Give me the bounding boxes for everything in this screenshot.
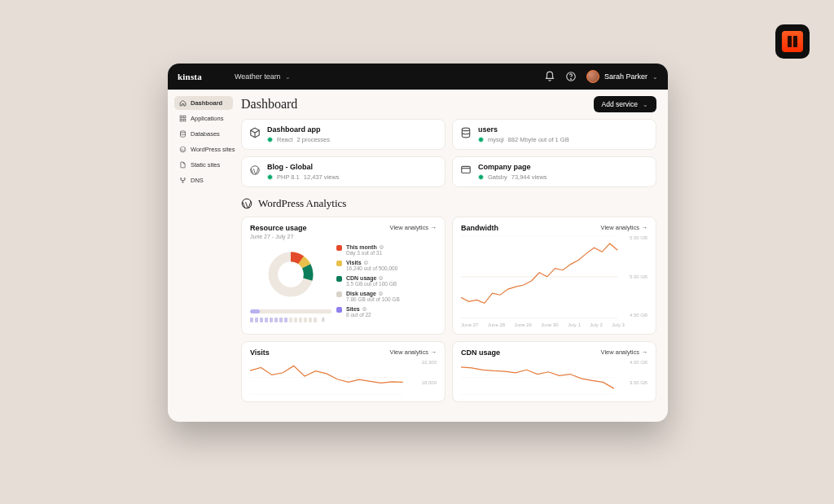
service-card[interactable]: Company page Gatsby 73,944 views <box>452 156 656 187</box>
service-tech: Gatsby <box>488 173 507 181</box>
sidebar-item-dashboard[interactable]: Dashboard <box>174 96 233 110</box>
hoverify-extension-icon[interactable] <box>775 24 810 59</box>
service-title: Dashboard app <box>267 125 330 134</box>
panel-bandwidth: Bandwidth View analytics → 5.50 GB5.00 G… <box>452 217 656 335</box>
sidebar-item-databases[interactable]: Databases <box>174 127 233 141</box>
section-title: WordPress Analytics <box>258 197 346 210</box>
sidebar-item-dns[interactable]: DNS <box>174 173 233 187</box>
chevron-down-icon: ⌄ <box>652 73 658 81</box>
legend-item: Disk usagei7.86 GB out of 100 GB <box>336 291 400 302</box>
service-stat: 2 processes <box>297 136 330 143</box>
team-label: Weather team <box>235 72 280 81</box>
info-icon: i <box>380 245 384 249</box>
svg-point-6 <box>181 131 186 133</box>
status-dot-icon <box>267 137 273 142</box>
grid-icon <box>179 115 187 122</box>
service-card[interactable]: Dashboard app React 2 processes <box>241 119 446 150</box>
sidebar-item-label: Static sites <box>191 161 220 169</box>
info-icon: i <box>379 276 383 280</box>
main: Dashboard Add service ⌄ Dashboard app Re… <box>236 90 668 422</box>
svg-point-8 <box>181 178 182 180</box>
sidebar-item-static[interactable]: Static sites <box>174 158 233 172</box>
home-icon <box>179 99 187 107</box>
panel-title: CDN usage <box>461 348 500 357</box>
svg-rect-5 <box>183 119 186 121</box>
arrow-right-icon: → <box>430 224 437 231</box>
cdn-chart: 4.00 GB3.50 GB <box>461 360 647 395</box>
panel-title: Bandwidth <box>461 224 498 232</box>
section-header: WordPress Analytics <box>241 197 656 210</box>
chevron-down-icon: ⌄ <box>285 73 291 81</box>
file-icon <box>179 161 187 169</box>
sites-slots-chart: 8 <box>250 317 325 322</box>
legend-item: Sitesi8 out of 22 <box>336 306 400 318</box>
legend-swatch-icon <box>336 291 342 297</box>
dns-icon <box>179 177 187 184</box>
database-icon <box>179 130 187 138</box>
wordpress-icon <box>241 198 252 209</box>
bandwidth-chart: 5.50 GB5.00 GB4.50 GB June 27June 28June… <box>461 235 647 327</box>
visits-chart: 22,30018,000 <box>250 360 437 395</box>
brand-logo: kinsta <box>178 72 202 81</box>
sidebar-item-applications[interactable]: Applications <box>174 112 233 125</box>
app-window: kinsta Weather team ⌄ Sarah Parker ⌄ Das… <box>168 64 668 422</box>
user-name: Sarah Parker <box>604 72 647 81</box>
svg-point-11 <box>462 128 469 131</box>
sidebar-item-label: WordPress sites <box>191 146 235 153</box>
user-menu[interactable]: Sarah Parker ⌄ <box>586 70 658 83</box>
sidebar-item-label: Applications <box>191 115 223 122</box>
info-icon: i <box>379 291 383 296</box>
service-title: Company page <box>478 163 547 171</box>
service-tech: PHP 8.1 <box>277 173 300 181</box>
svg-rect-13 <box>462 166 471 173</box>
services-grid: Dashboard app React 2 processes users <box>241 119 656 187</box>
legend-swatch-icon <box>336 307 342 313</box>
service-stat: 73,944 views <box>511 173 547 181</box>
sidebar-item-label: DNS <box>191 177 204 184</box>
status-dot-icon <box>478 174 484 180</box>
service-tech: mysql <box>488 136 504 143</box>
svg-point-10 <box>182 182 184 183</box>
page-title: Dashboard <box>241 97 297 112</box>
panel-cdn-usage: CDN usage View analytics → 4.00 GB3.50 G… <box>452 341 656 402</box>
wordpress-icon <box>249 164 261 176</box>
topbar: kinsta Weather team ⌄ Sarah Parker ⌄ <box>168 64 668 90</box>
svg-rect-4 <box>180 119 182 121</box>
legend-swatch-icon <box>336 261 342 266</box>
arrow-right-icon: → <box>641 348 647 356</box>
add-service-button[interactable]: Add service ⌄ <box>594 96 656 112</box>
service-card[interactable]: Blog - Global PHP 8.1 12,437 views <box>241 156 446 187</box>
sidebar-item-label: Databases <box>191 130 220 138</box>
panel-title: Resource usage <box>250 224 307 232</box>
service-title: Blog - Global <box>267 163 340 171</box>
service-tech: React <box>277 136 293 143</box>
panel-title: Visits <box>250 348 270 357</box>
legend-item: This monthiDay 3 out of 31 <box>336 244 400 256</box>
button-label: Add service <box>602 100 638 108</box>
view-analytics-link[interactable]: View analytics → <box>601 348 647 356</box>
arrow-right-icon: → <box>430 348 437 356</box>
view-analytics-link[interactable]: View analytics → <box>390 348 437 356</box>
view-analytics-link[interactable]: View analytics → <box>390 224 437 231</box>
legend-item: CDN usagei3.5 GB out of 100 GB <box>336 275 400 287</box>
page-header: Dashboard Add service ⌄ <box>241 96 656 112</box>
panel-resource-usage: Resource usage June 27 - July 27 View an… <box>241 217 446 335</box>
avatar <box>586 70 599 83</box>
svg-point-9 <box>184 178 186 180</box>
notifications-icon[interactable] <box>544 71 555 82</box>
svg-rect-3 <box>183 116 186 118</box>
service-stat: 12,437 views <box>304 173 340 181</box>
donut-legend: This monthiDay 3 out of 31Visitsi16,240 … <box>336 243 400 327</box>
help-icon[interactable] <box>565 71 577 82</box>
service-card[interactable]: users mysql 882 Mbyte out of 1 GB <box>452 119 656 150</box>
resource-donut-chart <box>262 246 319 305</box>
service-stat: 882 Mbyte out of 1 GB <box>508 136 569 143</box>
usage-bar <box>250 309 331 313</box>
status-dot-icon <box>478 137 484 142</box>
view-analytics-link[interactable]: View analytics → <box>601 224 647 231</box>
info-icon: i <box>364 261 368 265</box>
sidebar-item-wordpress[interactable]: WordPress sites <box>174 142 233 156</box>
box-icon <box>249 127 261 138</box>
legend-swatch-icon <box>336 245 342 251</box>
team-selector[interactable]: Weather team ⌄ <box>235 72 291 81</box>
